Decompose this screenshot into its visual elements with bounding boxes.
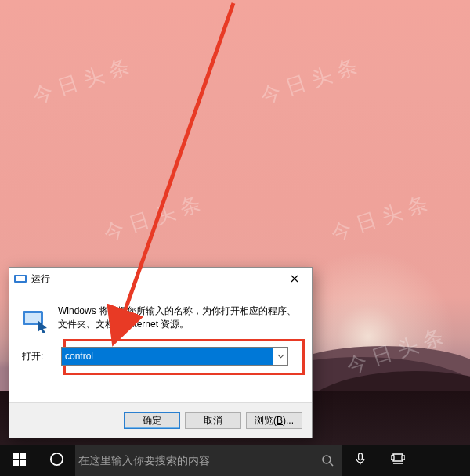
start-button[interactable] [0, 445, 38, 476]
browse-button[interactable]: 浏览(B)... [246, 412, 302, 429]
run-command-icon [20, 305, 49, 333]
svg-rect-7 [13, 460, 19, 466]
taskbar-search-box[interactable] [75, 445, 342, 476]
chevron-down-icon[interactable] [273, 348, 287, 365]
task-view-icon [391, 453, 405, 467]
svg-rect-13 [393, 454, 403, 461]
svg-rect-1 [16, 276, 25, 281]
run-dialog-icon [14, 272, 27, 285]
open-label: 打开: [20, 350, 61, 363]
taskbar-search-input[interactable] [75, 454, 313, 467]
svg-point-9 [50, 453, 62, 464]
run-dialog-description: Windows 将根据您所输入的名称，为你打开相应的程序、文件夹、文档或 Int… [58, 305, 301, 331]
svg-rect-14 [391, 456, 394, 460]
microphone-icon [354, 453, 367, 468]
cortana-circle-icon [49, 452, 64, 470]
search-icon[interactable] [313, 445, 342, 476]
svg-line-11 [330, 463, 333, 466]
svg-rect-15 [402, 456, 405, 460]
run-titlebar[interactable]: 运行 [9, 268, 312, 290]
svg-rect-12 [359, 453, 363, 460]
windows-logo-icon [13, 453, 26, 469]
run-dialog: 运行 Windows 将根据您所输入的名称，为你打开相应的程序、文件夹、文档或 … [9, 267, 313, 438]
task-view-button[interactable] [379, 445, 417, 476]
open-combobox[interactable] [61, 347, 288, 366]
svg-rect-6 [20, 453, 26, 459]
taskbar [0, 445, 470, 476]
close-icon [291, 273, 298, 285]
open-input[interactable] [62, 348, 273, 365]
run-dialog-title: 运行 [31, 272, 50, 286]
cancel-button[interactable]: 取消 [185, 412, 241, 429]
cortana-button[interactable] [38, 445, 75, 476]
microphone-button[interactable] [342, 445, 379, 476]
close-button[interactable] [277, 268, 312, 290]
run-dialog-footer: 确定 取消 浏览(B)... [9, 402, 312, 438]
svg-point-10 [323, 456, 331, 463]
svg-rect-5 [13, 453, 19, 459]
svg-rect-8 [20, 460, 26, 466]
ok-button[interactable]: 确定 [124, 412, 180, 429]
